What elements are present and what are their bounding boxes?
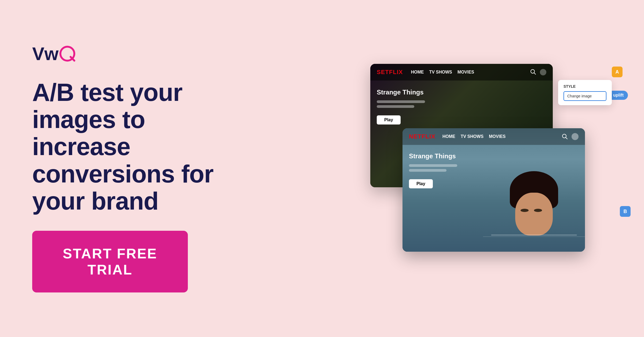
card-a-navbar: SETFLIX HOME TV SHOWS MOVIES <box>370 64 553 80</box>
headline-line3: your brand <box>32 187 158 215</box>
logo-v: V <box>32 45 44 63</box>
profile-icon <box>540 69 546 75</box>
search-icon <box>530 69 536 75</box>
right-section: SETFLIX HOME TV SHOWS MOVIES Strange Thi… <box>370 48 612 289</box>
logo: V w <box>32 45 220 63</box>
svg-line-5 <box>566 137 567 139</box>
left-section: V w A/B test your images to increase con… <box>32 45 220 292</box>
start-free-trial-button[interactable]: START FREE TRIAL <box>32 231 188 292</box>
badge-a: A <box>612 67 623 77</box>
badge-b: B <box>620 206 631 217</box>
card-b-nav-home: HOME <box>442 134 455 139</box>
card-b-nav-movies: MOVIES <box>489 134 506 139</box>
card-a-desc-bar-2 <box>377 105 414 108</box>
card-b-content: Strange Things Play <box>402 145 585 196</box>
card-b-play-button[interactable]: Play <box>409 179 433 188</box>
style-popup-title: STYLE <box>564 84 606 89</box>
card-b-navbar: NETFLIX HOME TV SHOWS MOVIES <box>402 128 585 145</box>
card-a-nav-home: HOME <box>411 70 424 75</box>
card-a-nav-movies: MOVIES <box>458 70 474 75</box>
headline-line1: A/B test your images to <box>32 79 182 133</box>
card-b-show-title: Strange Things <box>409 152 579 160</box>
card-b-nav-tvshows: TV SHOWS <box>461 134 484 139</box>
card-a-brand: SETFLIX <box>377 69 403 76</box>
style-popup: STYLE Change image <box>558 80 612 105</box>
style-popup-input[interactable]: Change image <box>564 91 606 101</box>
card-a-nav-icons <box>530 69 546 75</box>
logo-o <box>59 46 75 62</box>
card-a-content: Strange Things Play <box>370 80 553 133</box>
card-b-brand: NETFLIX <box>409 133 436 140</box>
card-a-show-title: Strange Things <box>377 89 546 96</box>
card-a-play-button[interactable]: Play <box>377 115 401 124</box>
card-a-nav-tvshows: TV SHOWS <box>429 70 452 75</box>
card-a-desc-bar-1 <box>377 100 425 103</box>
headline-line2: increase conversions for <box>32 133 213 187</box>
card-b-nav-items: HOME TV SHOWS MOVIES <box>442 134 506 139</box>
logo-w: w <box>44 45 58 63</box>
card-b: NETFLIX HOME TV SHOWS MOVIES Strange Thi… <box>402 128 585 252</box>
card-b-desc-bar-2 <box>409 169 447 172</box>
card-a-nav-items: HOME TV SHOWS MOVIES <box>411 70 474 75</box>
svg-line-3 <box>534 73 536 74</box>
card-b-nav-icons <box>562 133 579 140</box>
card-b-desc-bar-1 <box>409 164 457 167</box>
profile-icon-b <box>572 133 579 140</box>
search-icon-b <box>562 134 568 140</box>
headline: A/B test your images to increase convers… <box>32 79 220 215</box>
